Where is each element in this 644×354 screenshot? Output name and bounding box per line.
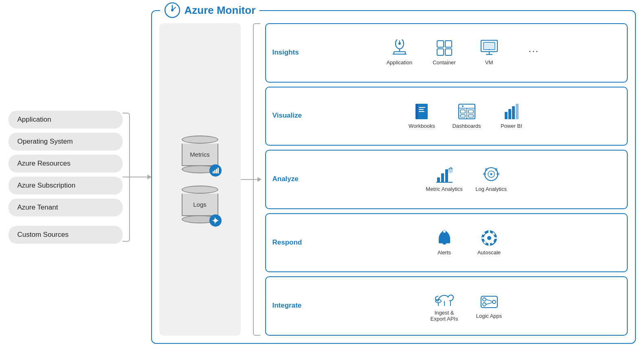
svg-rect-12 — [217, 220, 218, 221]
metrics-store: Metrics — [182, 135, 218, 173]
workbooks-label: Workbooks — [409, 123, 435, 129]
analyze-label: Analyze — [273, 175, 313, 183]
source-azure-subscription: Azure Subscription — [9, 177, 123, 194]
svg-point-30 — [488, 49, 490, 50]
cylinder-top-metrics — [182, 135, 218, 144]
svg-rect-6 — [218, 168, 219, 173]
insights-items: Application Contain — [313, 39, 620, 66]
powerbi-icon — [504, 103, 519, 120]
svg-line-82 — [486, 303, 490, 304]
alerts-icon — [436, 229, 453, 247]
azure-monitor-icon — [164, 2, 180, 18]
svg-rect-21 — [437, 41, 444, 47]
data-stores: Metrics — [159, 23, 241, 336]
svg-rect-26 — [484, 42, 495, 50]
svg-rect-24 — [445, 49, 452, 55]
svg-line-81 — [486, 299, 490, 301]
svg-rect-67 — [481, 237, 484, 239]
svg-point-64 — [487, 236, 491, 240]
insights-application-label: Application — [387, 59, 413, 66]
right-bracket — [253, 23, 260, 336]
svg-rect-4 — [214, 170, 215, 173]
analyze-items: Metric Analytics — [313, 166, 620, 192]
logs-badge — [209, 214, 222, 227]
svg-rect-10 — [215, 222, 215, 223]
svg-rect-32 — [415, 104, 418, 119]
cylinder-body-metrics: Metrics — [182, 144, 218, 166]
svg-line-83 — [490, 301, 492, 302]
svg-point-52 — [448, 169, 453, 173]
svg-rect-45 — [508, 109, 511, 119]
azure-monitor-title: Azure Monitor — [185, 4, 256, 17]
azure-inner: Metrics — [159, 23, 628, 336]
integrate-ingest-export: Ingest &Export APIs — [428, 289, 461, 322]
svg-rect-33 — [419, 107, 425, 108]
more-icon: ··· — [528, 44, 539, 61]
svg-rect-35 — [419, 111, 424, 112]
respond-alerts: Alerts — [428, 229, 461, 256]
azure-monitor-box: Azure Monitor Metrics — [151, 10, 636, 344]
metrics-cylinder: Metrics — [182, 135, 218, 173]
insights-panel: Insights — [265, 23, 628, 83]
svg-rect-60 — [439, 241, 450, 243]
ingest-export-label: Ingest &Export APIs — [431, 310, 458, 322]
svg-point-80 — [492, 300, 496, 304]
svg-rect-48 — [437, 177, 440, 182]
autoscale-icon — [480, 229, 498, 247]
sources-to-monitor-arrow — [123, 177, 151, 177]
analyze-log-analytics: Log Analytics — [475, 166, 508, 192]
application-icon — [392, 39, 407, 57]
logs-cylinder: Logs — [182, 186, 218, 223]
svg-rect-65 — [488, 230, 490, 233]
autoscale-label: Autoscale — [477, 249, 501, 256]
svg-rect-59 — [497, 173, 499, 175]
source-application: Application — [9, 111, 123, 129]
visualize-items: Workbooks — [313, 103, 620, 129]
source-azure-tenant: Azure Tenant — [9, 199, 123, 216]
log-analytics-icon — [482, 166, 500, 184]
sources-panel: Application Operating System Azure Resou… — [9, 109, 123, 246]
svg-rect-3 — [213, 171, 214, 173]
visualize-label: Visualize — [273, 111, 313, 120]
svg-rect-44 — [505, 112, 508, 119]
logs-store: Logs — [182, 186, 218, 223]
svg-rect-9 — [215, 218, 215, 219]
alerts-label: Alerts — [437, 249, 451, 256]
svg-point-79 — [483, 303, 486, 306]
insights-container-label: Container — [433, 59, 455, 66]
powerbi-label: Power BI — [501, 123, 522, 129]
insights-label: Insights — [273, 48, 313, 57]
logic-apps-label: Logic Apps — [476, 313, 502, 319]
svg-point-78 — [483, 298, 486, 301]
svg-rect-40 — [468, 110, 473, 113]
svg-point-14 — [398, 42, 401, 45]
svg-rect-57 — [495, 168, 497, 171]
svg-rect-58 — [483, 173, 486, 175]
container-icon — [436, 39, 453, 57]
visualize-dashboards: Dashboards — [451, 103, 483, 129]
visualize-panel: Visualize — [265, 87, 628, 146]
respond-panel: Respond Alerts — [265, 213, 628, 273]
svg-rect-5 — [216, 169, 217, 173]
svg-rect-66 — [488, 243, 490, 246]
svg-point-8 — [214, 219, 217, 222]
svg-rect-42 — [468, 115, 473, 117]
svg-rect-68 — [494, 237, 497, 239]
integrate-panel: Integrate — [265, 276, 628, 336]
svg-rect-50 — [445, 169, 448, 182]
source-custom-sources: Custom Sources — [9, 226, 123, 244]
svg-point-61 — [443, 230, 446, 233]
source-azure-resources: Azure Resources — [9, 155, 123, 173]
respond-items: Alerts — [313, 229, 620, 256]
insights-more: ··· — [518, 44, 550, 61]
respond-label: Respond — [273, 238, 313, 247]
arrow-line — [123, 177, 151, 177]
cylinder-top-logs — [182, 186, 218, 194]
workbooks-icon — [415, 103, 429, 120]
source-operating-system: Operating System — [9, 133, 123, 151]
dashboards-icon — [458, 103, 476, 120]
logic-apps-icon — [480, 293, 499, 310]
dashboards-label: Dashboards — [452, 123, 481, 129]
insights-vm: VM — [473, 39, 506, 66]
respond-autoscale: Autoscale — [473, 229, 506, 256]
